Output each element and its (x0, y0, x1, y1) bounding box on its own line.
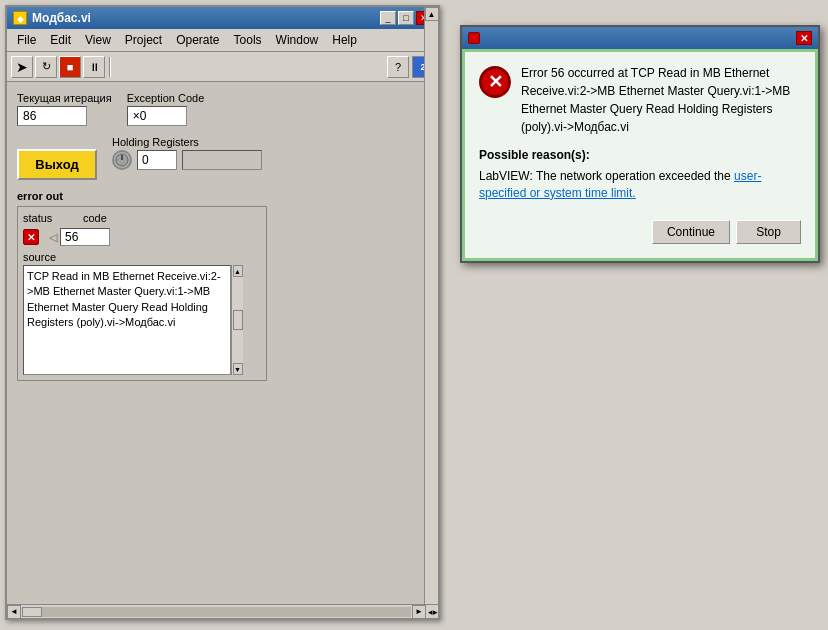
menu-file[interactable]: File (11, 31, 42, 49)
dialog-title-icon (468, 32, 480, 44)
possible-reasons-header: Possible reason(s): (479, 148, 801, 162)
abort-button[interactable]: ■ (59, 56, 81, 78)
code-arrow: ◁ (49, 231, 57, 244)
scroll-thumb (233, 310, 243, 330)
error-code-value: 56 (60, 228, 110, 246)
code-display: ◁ 56 (49, 228, 110, 246)
h-scroll-left-btn[interactable]: ◄ (7, 605, 21, 619)
exception-code-group: Exception Code ×0 (127, 92, 205, 126)
top-row: Текущая итерация 86 Exception Code ×0 (17, 92, 428, 126)
menu-project[interactable]: Project (119, 31, 168, 49)
main-window: ◆ Модбас.vi _ □ ✕ File Edit View Project… (5, 5, 440, 620)
source-container: TCP Read in MB Ethernet Receive.vi:2->MB… (23, 265, 243, 375)
error-out-container: error out status code ✕ ◁ 56 (17, 190, 428, 381)
maximize-button[interactable]: □ (398, 11, 414, 25)
holding-registers-label: Holding Registers (112, 136, 262, 148)
pause-button[interactable]: ⏸ (83, 56, 105, 78)
dialog-buttons: Continue Stop (479, 216, 801, 246)
help-button[interactable]: ? (387, 56, 409, 78)
middle-row: Выход Holding Registers 0 (17, 136, 428, 180)
horizontal-scrollbar[interactable]: ◄ ► ◂▸ (7, 604, 438, 618)
holding-value-display: 0 (137, 150, 177, 170)
holding-row: 0 (112, 150, 262, 170)
holding-registers-section: Holding Registers 0 (112, 136, 262, 170)
error-status-row: status code (23, 212, 261, 224)
vertical-scrollbar[interactable]: ▲ ▼ (424, 7, 438, 618)
dialog-close-button[interactable]: ✕ (796, 31, 812, 45)
scroll-indicator: ◂▸ (428, 607, 438, 617)
error-circle-icon: ✕ (479, 66, 511, 98)
dialog-title-left (468, 32, 480, 44)
error-status-icon: ✕ (23, 229, 39, 245)
reason-text-labview: LabVIEW: The network operation exceeded … (479, 169, 734, 183)
menu-window[interactable]: Window (270, 31, 325, 49)
menu-bar: File Edit View Project Operate Tools Win… (7, 29, 438, 52)
source-scrollbar[interactable]: ▲ ▼ (231, 265, 243, 375)
knob-icon[interactable] (112, 150, 132, 170)
toolbar-separator (109, 57, 111, 77)
content-area-wrapper: Текущая итерация 86 Exception Code ×0 Вы… (7, 82, 438, 617)
exception-code-label: Exception Code (127, 92, 205, 104)
h-scroll-track (22, 607, 411, 617)
menu-tools[interactable]: Tools (228, 31, 268, 49)
source-label: source (23, 251, 261, 263)
error-section: status code ✕ ◁ 56 source TC (17, 206, 267, 381)
error-values-row: ✕ ◁ 56 (23, 228, 261, 246)
dialog-header-row: ✕ Error 56 occurred at TCP Read in MB Et… (479, 64, 801, 136)
exception-code-value: ×0 (127, 106, 187, 126)
menu-help[interactable]: Help (326, 31, 363, 49)
continue-button[interactable]: Continue (652, 220, 730, 244)
error-message-text: Error 56 occurred at TCP Read in MB Ethe… (521, 64, 801, 136)
exit-button[interactable]: Выход (17, 149, 97, 180)
source-text: TCP Read in MB Ethernet Receive.vi:2->MB… (23, 265, 231, 375)
toolbar: ➤ ↻ ■ ⏸ ? 2 (7, 52, 438, 82)
h-scroll-thumb (22, 607, 42, 617)
run-continuously-button[interactable]: ↻ (35, 56, 57, 78)
reason-text: LabVIEW: The network operation exceeded … (479, 168, 801, 202)
scroll-down-btn[interactable]: ▼ (233, 363, 243, 375)
main-title-bar: ◆ Модбас.vi _ □ ✕ (7, 7, 438, 29)
status-label: status (23, 212, 73, 224)
dialog-body: ✕ Error 56 occurred at TCP Read in MB Et… (462, 49, 818, 261)
error-out-title: error out (17, 190, 428, 202)
iteration-label: Текущая итерация (17, 92, 112, 104)
window-title: Модбас.vi (32, 11, 91, 25)
holding-extra-display (182, 150, 262, 170)
window-icon: ◆ (13, 11, 27, 25)
scrollable-content: Текущая итерация 86 Exception Code ×0 Вы… (7, 82, 438, 617)
iteration-group: Текущая итерация 86 (17, 92, 112, 126)
source-section: source TCP Read in MB Ethernet Receive.v… (23, 251, 261, 375)
iteration-value: 86 (17, 106, 87, 126)
h-scroll-right-btn[interactable]: ► (412, 605, 426, 619)
minimize-button[interactable]: _ (380, 11, 396, 25)
v-scroll-up-btn[interactable]: ▲ (425, 7, 439, 21)
code-label-text: code (83, 212, 133, 224)
dialog-title-bar: ✕ (462, 27, 818, 49)
scroll-up-btn[interactable]: ▲ (233, 265, 243, 277)
error-dialog: ✕ ✕ Error 56 occurred at TCP Read in MB … (460, 25, 820, 263)
stop-button[interactable]: Stop (736, 220, 801, 244)
menu-view[interactable]: View (79, 31, 117, 49)
title-bar-left: ◆ Модбас.vi (13, 11, 91, 25)
menu-operate[interactable]: Operate (170, 31, 225, 49)
run-arrow-button[interactable]: ➤ (11, 56, 33, 78)
menu-edit[interactable]: Edit (44, 31, 77, 49)
